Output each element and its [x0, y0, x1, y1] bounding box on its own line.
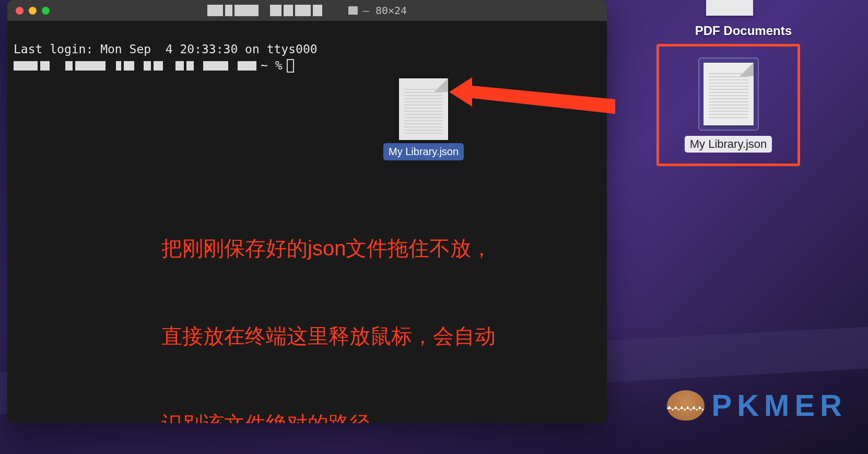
watermark-text: PKMER [712, 388, 847, 423]
maximize-button[interactable] [42, 7, 50, 15]
close-button[interactable] [16, 7, 24, 15]
annotation-line-1: 把刚刚保存好的json文件拖住不放， [161, 234, 496, 263]
file-icon [399, 78, 448, 140]
annotation-line-3: 识别该文件绝对的路径。 [161, 409, 496, 423]
window-titlebar[interactable]: — 80×24 [7, 0, 607, 21]
pkmer-logo-icon [667, 390, 705, 421]
annotation-text: 把刚刚保存好的json文件拖住不放， 直接放在终端这里释放鼠标，会自动 识别该文… [161, 175, 496, 423]
terminal-window: — 80×24 Last login: Mon Sep 4 20:33:30 o… [7, 0, 607, 423]
prompt-line: ~ % [14, 57, 601, 74]
file-icon [703, 63, 754, 125]
dragged-file-label: My Library.json [383, 143, 464, 160]
window-title: — 80×24 [7, 4, 607, 17]
annotation-line-2: 直接放在终端这里释放鼠标，会自动 [161, 321, 496, 351]
terminal-size-label: — 80×24 [363, 4, 407, 17]
dragged-file[interactable]: My Library.json [383, 78, 464, 160]
watermark: PKMER [667, 388, 847, 423]
last-login-line: Last login: Mon Sep 4 20:33:30 on ttys00… [14, 42, 318, 56]
desktop-file-selected[interactable] [698, 57, 759, 131]
pixelated-title-redacted [207, 5, 343, 16]
partial-file-icon[interactable] [706, 0, 753, 16]
terminal-body[interactable]: Last login: Mon Sep 4 20:33:30 on ttys00… [7, 21, 607, 423]
desktop-file-label[interactable]: My Library.json [685, 136, 772, 153]
folder-icon [348, 6, 358, 15]
annotation-highlight-frame: My Library.json [656, 44, 800, 166]
cursor [287, 59, 294, 73]
desktop-folder-label[interactable]: PDF Documents [695, 24, 792, 38]
traffic-lights [16, 7, 50, 15]
pixelated-user-host-redacted [14, 61, 256, 71]
prompt-tail: ~ % [261, 57, 283, 74]
minimize-button[interactable] [29, 7, 37, 15]
